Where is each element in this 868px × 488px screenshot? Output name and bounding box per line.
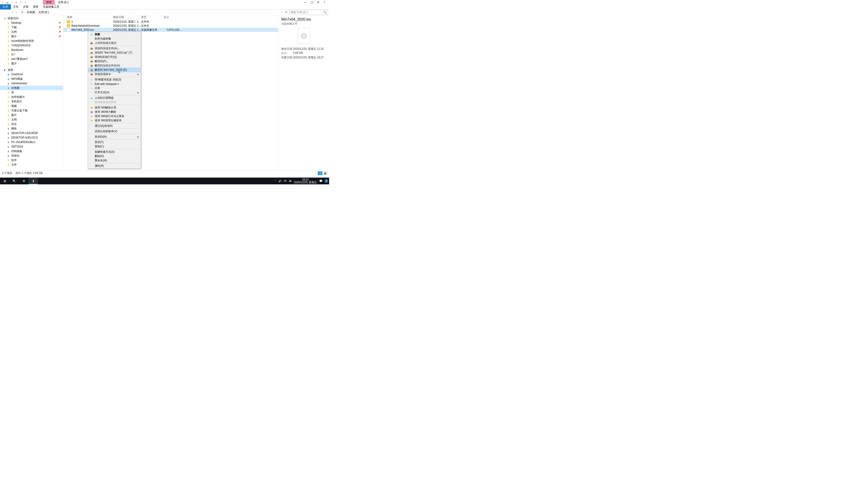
menu-item[interactable]: 📦添加到压缩文件(A)...	[88, 46, 141, 51]
menu-item[interactable]: ◉使用 360管理右键菜单	[88, 119, 141, 123]
dropdown-icon[interactable]: ▾	[24, 0, 27, 4]
tree-item[interactable]: ▮下载📌	[0, 25, 63, 30]
menu-item[interactable]: 📦解压到 Win7x64_2020\ (E)	[88, 68, 141, 72]
menu-item[interactable]: 通过QQ发送到	[88, 124, 141, 128]
menu-item[interactable]: 💿装载	[88, 32, 141, 37]
menu-item[interactable]: 还原以前的版本(V)	[88, 129, 141, 133]
tree-item[interactable]: ▮回收站	[0, 153, 63, 158]
navigation-tree[interactable]: ★快速访问▮Desktop📌▮下载📌▮文档📌▮图片📌▮excel表格制作求和▮Y…	[0, 15, 63, 170]
explorer-taskbar-button[interactable]: ▮	[29, 177, 38, 184]
tray-network-icon[interactable]: 🖧	[289, 180, 291, 183]
file-row[interactable]: BaiduNetdiskDownload2020/12/25, 星期五 1…文件…	[63, 24, 278, 28]
search-input[interactable]: 搜索"文档 (E:)" 🔍	[289, 10, 328, 15]
crumb-this-pc[interactable]: 此电脑	[26, 10, 35, 14]
menu-item[interactable]: 📦用360压缩打开(Q)	[88, 55, 141, 59]
tree-item[interactable]: ▮OneDrive	[0, 72, 63, 76]
task-view-button[interactable]: ⧉	[19, 177, 29, 184]
tab-home[interactable]: 主页	[11, 4, 21, 9]
tree-item[interactable]: ▮ZMT2019	[0, 144, 63, 149]
tab-view[interactable]: 查看	[31, 4, 41, 9]
menu-item[interactable]: ↗共享	[88, 86, 141, 90]
tree-item[interactable]: ▮库	[0, 90, 63, 95]
menu-item[interactable]: 剪切(T)	[88, 140, 141, 144]
tree-item[interactable]: ▮YUNQISHI2019	[0, 43, 63, 48]
tab-file[interactable]: 文件	[0, 4, 11, 9]
tree-item[interactable]: ▮Bandicam	[0, 48, 63, 52]
tree-item[interactable]: ★快速访问	[0, 16, 63, 21]
tree-item[interactable]: ▮控制面板	[0, 149, 63, 153]
address-dropdown[interactable]: ▾	[280, 11, 283, 13]
menu-item[interactable]: ▣使用 360强力删除	[88, 110, 141, 114]
tree-item[interactable]: ▮保存的图片	[0, 95, 63, 99]
tree-item[interactable]: ▮桌面	[0, 68, 63, 72]
tree-item[interactable]: ▮Desktop📌	[0, 21, 63, 25]
tree-item[interactable]: ▮文档	[0, 117, 63, 122]
breadcrumb[interactable]: 🖥 › 此电脑 › 文档 (E:) ›	[20, 10, 279, 14]
start-button[interactable]: ⊞	[0, 177, 9, 184]
menu-item[interactable]: 重命名(M)	[88, 158, 141, 163]
tree-item[interactable]: ▮此电脑	[0, 86, 63, 90]
ime-indicator[interactable]: 中	[284, 179, 287, 183]
tree-item[interactable]: ▮WPS网盘	[0, 76, 63, 81]
tray-volume-icon[interactable]: 🔊	[278, 180, 282, 183]
menu-item[interactable]: 创建快捷方式(S)	[88, 150, 141, 154]
close-icon[interactable]: ✕	[14, 0, 18, 4]
menu-item[interactable]: ☁上传到百度网盘	[88, 96, 141, 100]
crumb-location[interactable]: 文档 (E:)	[38, 10, 50, 14]
col-type[interactable]: 类型	[141, 15, 164, 19]
tree-item[interactable]: ▮网络	[0, 126, 63, 131]
menu-item[interactable]: 📦其他压缩命令▶	[88, 72, 141, 76]
menu-item[interactable]: ●用 蜂蜜浏览器 浏览(3)	[88, 77, 141, 82]
help-button[interactable]: ?	[322, 1, 327, 4]
check-icon[interactable]: ✓	[10, 0, 13, 4]
menu-item[interactable]: 删除(D)	[88, 154, 141, 158]
tree-item[interactable]: ▮文件	[0, 162, 63, 167]
tree-item[interactable]: ▮Administrator	[0, 81, 63, 86]
tree-item[interactable]: ▮文档📌	[0, 30, 63, 34]
tab-share[interactable]: 共享	[21, 4, 31, 9]
tree-item[interactable]: ▮图片	[0, 61, 63, 66]
save-icon[interactable]: ▬	[5, 0, 9, 4]
menu-item[interactable]: 发送到(N)▶	[88, 135, 141, 139]
tree-item[interactable]: ▮G:\	[0, 52, 63, 57]
file-row[interactable]: Win7x64_2020.iso2020/12/25, 星期五 1…光盘映像文件…	[63, 28, 278, 32]
tree-item[interactable]: ▮视频	[0, 104, 63, 108]
tree-item[interactable]: ▮PC-20190530OBLA	[0, 140, 63, 144]
menu-item[interactable]: ◉使用 360进行木马云查杀	[88, 114, 141, 119]
tree-item[interactable]: ▮DESKTOP-LSSOEDP	[0, 131, 63, 135]
nav-history-dropdown[interactable]: ▾	[10, 11, 14, 13]
refresh-button[interactable]: ↻	[284, 11, 288, 14]
nav-up-button[interactable]: ↑	[15, 11, 19, 13]
tree-item[interactable]: ▮图片📌	[0, 34, 63, 39]
maximize-button[interactable]: ▢	[309, 1, 315, 4]
tree-item[interactable]: ▮图片	[0, 113, 63, 117]
file-row[interactable]: 12020/12/15, 星期二 1…文件夹	[63, 20, 278, 24]
minimize-button[interactable]: —	[303, 1, 308, 4]
menu-item[interactable]: ✎Edit with Notepad++	[88, 82, 141, 86]
col-size[interactable]: 大小	[164, 15, 182, 19]
menu-item[interactable]: 📦添加到 "Win7x64_2020.zip" (T)	[88, 51, 141, 55]
search-button[interactable]: 🔍	[9, 177, 19, 184]
nav-forward-button[interactable]: →	[6, 11, 9, 13]
tree-item[interactable]: ▮win7重装win7	[0, 57, 63, 61]
close-button[interactable]: ✕	[315, 1, 321, 4]
menu-item[interactable]: 刻录光盘映像	[88, 37, 141, 41]
menu-item[interactable]: 属性(R)	[88, 164, 141, 168]
taskbar-clock[interactable]: 16:32 2020/12/25, 星期五	[294, 178, 317, 184]
col-date[interactable]: 修改日期	[113, 15, 141, 19]
menu-item[interactable]: ▣使用 360解除占用	[88, 105, 141, 110]
tray-chevron-icon[interactable]: ˄	[275, 180, 276, 183]
tree-item[interactable]: ▮音乐	[0, 122, 63, 126]
menu-item[interactable]: 复制(C)	[88, 144, 141, 149]
menu-item[interactable]: 📦解压到(F)...	[88, 59, 141, 64]
menu-item[interactable]: 📦解压到当前文件夹(X)	[88, 64, 141, 68]
chevron-right-icon[interactable]: ›	[50, 11, 52, 13]
col-name[interactable]: 名称	[63, 15, 113, 19]
tree-item[interactable]: ▮天翼云盘下载	[0, 108, 63, 113]
tree-item[interactable]: ▮excel表格制作求和	[0, 39, 63, 43]
refresh-icon[interactable]: ↻	[19, 0, 23, 4]
view-details-button[interactable]: ≡	[318, 171, 322, 175]
contextual-tab-manage[interactable]: 管理	[43, 0, 55, 5]
tree-item[interactable]: ▮软件	[0, 158, 63, 162]
chevron-right-icon[interactable]: ›	[24, 11, 26, 13]
